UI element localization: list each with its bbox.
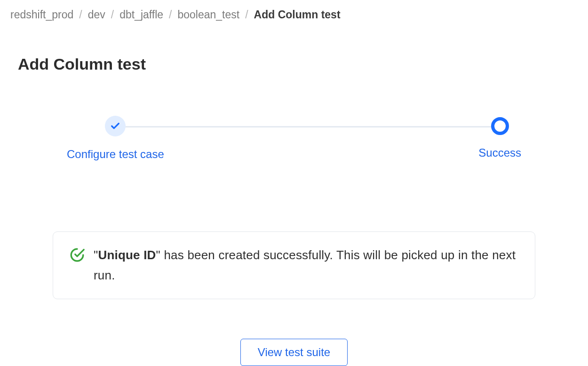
breadcrumb-item-current: Add Column test: [254, 8, 341, 21]
step-done-indicator: [105, 116, 126, 136]
view-test-suite-button[interactable]: View test suite: [240, 339, 348, 366]
action-row: View test suite: [10, 339, 578, 366]
alert-message: "Unique ID" has been created successfull…: [94, 245, 519, 286]
breadcrumb-item-dbt-jaffle[interactable]: dbt_jaffle: [119, 8, 163, 21]
step-label: Success: [478, 146, 521, 159]
success-check-icon: [69, 247, 85, 265]
step-configure: Configure test case: [67, 116, 164, 161]
breadcrumb-item-redshift-prod[interactable]: redshift_prod: [10, 8, 73, 21]
progress-stepper: Configure test case Success: [10, 116, 578, 161]
breadcrumb-separator: /: [245, 8, 248, 21]
step-success: Success: [478, 116, 521, 159]
breadcrumb-separator: /: [79, 8, 82, 21]
step-current-indicator: [491, 117, 509, 135]
breadcrumb-separator: /: [169, 8, 172, 21]
breadcrumb: redshift_prod / dev / dbt_jaffle / boole…: [10, 8, 578, 21]
step-label: Configure test case: [67, 148, 164, 161]
breadcrumb-item-dev[interactable]: dev: [88, 8, 105, 21]
check-icon: [110, 121, 120, 131]
step-connector: [122, 126, 493, 127]
success-alert: "Unique ID" has been created successfull…: [53, 231, 535, 299]
page-title: Add Column test: [18, 55, 578, 73]
breadcrumb-item-boolean-test[interactable]: boolean_test: [177, 8, 239, 21]
breadcrumb-separator: /: [111, 8, 114, 21]
